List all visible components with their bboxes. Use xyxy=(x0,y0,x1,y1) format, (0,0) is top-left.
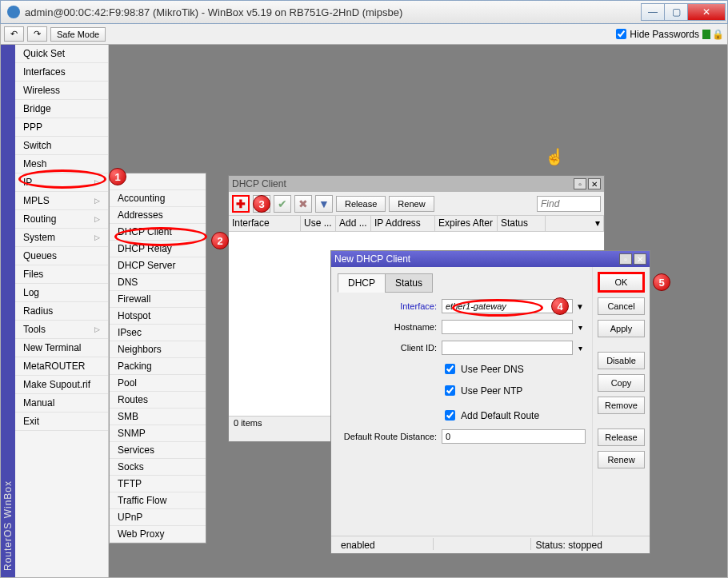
submenu-item-firewall[interactable]: Firewall xyxy=(110,291,206,308)
dhcp-window-titlebar[interactable]: DHCP Client ▫ ✕ xyxy=(229,176,604,192)
hide-passwords-label: Hide Passwords xyxy=(630,29,699,40)
release-button-dlg[interactable]: Release xyxy=(598,429,645,446)
default-route-distance-label: Default Route Distance: xyxy=(338,432,442,441)
default-route-distance-field[interactable] xyxy=(442,429,586,444)
menu-item-make-supout-rif[interactable]: Make Supout.rif xyxy=(15,376,108,394)
hostname-field[interactable] xyxy=(442,320,573,334)
sb-status: Status: stopped xyxy=(531,538,646,550)
use-peer-ntp-checkbox[interactable] xyxy=(445,385,455,396)
remove-button[interactable]: Remove xyxy=(598,397,645,414)
submenu-item-dhcp-client[interactable]: DHCP Client xyxy=(110,224,206,241)
new-dhcp-restore-button[interactable]: ▫ xyxy=(619,253,632,265)
disable-button-icon[interactable]: ✖ xyxy=(294,195,312,213)
enable-button-icon[interactable]: ✔ xyxy=(274,195,291,213)
submenu-item-p[interactable]: P xyxy=(110,173,206,190)
safe-mode-button[interactable]: Safe Mode xyxy=(50,27,106,42)
menu-item-queues[interactable]: Queues xyxy=(15,247,108,265)
release-button[interactable]: Release xyxy=(336,196,386,212)
menu-item-quick-set[interactable]: Quick Set xyxy=(15,45,108,63)
column-status[interactable]: Status xyxy=(498,216,546,231)
dhcp-close-button[interactable]: ✕ xyxy=(588,178,601,189)
dhcp-columns: InterfaceUse ...Add ...IP AddressExpires… xyxy=(229,216,604,232)
new-dhcp-close-button[interactable]: ✕ xyxy=(634,253,646,265)
find-input[interactable] xyxy=(537,196,601,212)
submenu-item-smb[interactable]: SMB xyxy=(110,409,206,425)
interface-dropdown-icon[interactable]: ▼ xyxy=(574,302,586,311)
undo-button[interactable]: ↶ xyxy=(4,26,24,42)
add-button[interactable]: ✚ xyxy=(232,195,250,213)
submenu-item-accounting[interactable]: Accounting xyxy=(110,190,206,207)
new-dhcp-title: New DHCP Client xyxy=(334,253,618,265)
menu-item-bridge[interactable]: Bridge xyxy=(15,100,108,118)
minimize-button[interactable]: — xyxy=(641,3,665,21)
filter-button[interactable]: ▼ xyxy=(315,195,333,213)
submenu-item-dhcp-relay[interactable]: DHCP Relay xyxy=(110,241,206,257)
menu-item-wireless[interactable]: Wireless xyxy=(15,82,108,100)
hostname-expand-icon[interactable]: ▾ xyxy=(574,323,586,332)
column-use-[interactable]: Use ... xyxy=(301,216,336,231)
cancel-button[interactable]: Cancel xyxy=(598,297,645,315)
renew-button-dlg[interactable]: Renew xyxy=(598,451,645,468)
use-peer-dns-label: Use Peer DNS xyxy=(461,364,524,375)
close-button[interactable]: ✕ xyxy=(687,3,726,21)
menu-item-tools[interactable]: Tools▷ xyxy=(15,321,108,339)
submenu-item-neighbors[interactable]: Neighbors xyxy=(110,341,206,358)
submenu-item-web-proxy[interactable]: Web Proxy xyxy=(110,526,206,543)
copy-button[interactable]: Copy xyxy=(598,374,645,392)
clientid-expand-icon[interactable]: ▾ xyxy=(574,344,586,353)
apply-button[interactable]: Apply xyxy=(598,320,645,337)
submenu-item-tftp[interactable]: TFTP xyxy=(110,476,206,492)
submenu-item-addresses[interactable]: Addresses xyxy=(110,207,206,224)
disable-button[interactable]: Disable xyxy=(598,352,645,369)
ok-button[interactable]: OK xyxy=(598,272,645,293)
annotation-badge-5: 5 xyxy=(653,273,670,291)
menu-item-manual[interactable]: Manual xyxy=(15,394,108,413)
submenu-item-ipsec[interactable]: IPsec xyxy=(110,325,206,341)
submenu-item-packing[interactable]: Packing xyxy=(110,358,206,375)
menu-item-switch[interactable]: Switch xyxy=(15,137,108,155)
column-expires-after[interactable]: Expires After xyxy=(435,216,498,231)
maximize-button[interactable]: ▢ xyxy=(664,3,688,21)
column-add-[interactable]: Add ... xyxy=(336,216,371,231)
submenu-item-traffic-flow[interactable]: Traffic Flow xyxy=(110,492,206,509)
menu-item-routing[interactable]: Routing▷ xyxy=(15,210,108,229)
tab-dhcp[interactable]: DHCP xyxy=(338,273,386,293)
menu-item-mesh[interactable]: Mesh xyxy=(15,155,108,173)
hide-passwords-checkbox[interactable] xyxy=(616,29,626,39)
menu-item-interfaces[interactable]: Interfaces xyxy=(15,63,108,82)
menu-item-log[interactable]: Log xyxy=(15,284,108,302)
submenu-item-hotspot[interactable]: Hotspot xyxy=(110,308,206,325)
column-interface[interactable]: Interface xyxy=(229,216,301,231)
menu-item-ppp[interactable]: PPP xyxy=(15,118,108,137)
submenu-item-snmp[interactable]: SNMP xyxy=(110,425,206,442)
renew-button[interactable]: Renew xyxy=(389,196,434,212)
submenu-item-dhcp-server[interactable]: DHCP Server xyxy=(110,257,206,274)
column-ip-address[interactable]: IP Address xyxy=(371,216,435,231)
menu-item-new-terminal[interactable]: New Terminal xyxy=(15,339,108,357)
redo-button[interactable]: ↷ xyxy=(27,26,47,42)
submenu-item-dns[interactable]: DNS xyxy=(110,274,206,291)
submenu-item-routes[interactable]: Routes xyxy=(110,392,206,409)
add-default-route-checkbox[interactable] xyxy=(445,410,455,421)
menu-item-mpls[interactable]: MPLS▷ xyxy=(15,192,108,210)
menu-item-radius[interactable]: Radius xyxy=(15,302,108,321)
tab-status[interactable]: Status xyxy=(385,273,433,293)
dhcp-window-title: DHCP Client xyxy=(232,178,572,189)
menu-item-files[interactable]: Files xyxy=(15,265,108,284)
use-peer-dns-checkbox[interactable] xyxy=(445,364,455,374)
remove-button-icon[interactable]: — xyxy=(253,195,270,213)
submenu-item-pool[interactable]: Pool xyxy=(110,375,206,392)
interface-field[interactable]: ether1-gateway xyxy=(442,299,573,313)
menu-item-ip[interactable]: IP▷ xyxy=(15,173,108,192)
submenu-item-services[interactable]: Services xyxy=(110,442,206,459)
dhcp-restore-button[interactable]: ▫ xyxy=(574,178,586,189)
clientid-field[interactable] xyxy=(442,341,573,355)
menu-item-system[interactable]: System▷ xyxy=(15,229,108,247)
submenu-item-upnp[interactable]: UPnP xyxy=(110,509,206,526)
new-dhcp-titlebar[interactable]: New DHCP Client ▫ ✕ xyxy=(331,251,650,267)
submenu-item-socks[interactable]: Socks xyxy=(110,459,206,476)
menu-item-exit[interactable]: Exit xyxy=(15,413,108,431)
menu-item-metarouter[interactable]: MetaROUTER xyxy=(15,357,108,376)
column-menu-icon[interactable]: ▾ xyxy=(546,216,604,231)
clientid-label: Client ID: xyxy=(338,343,442,353)
